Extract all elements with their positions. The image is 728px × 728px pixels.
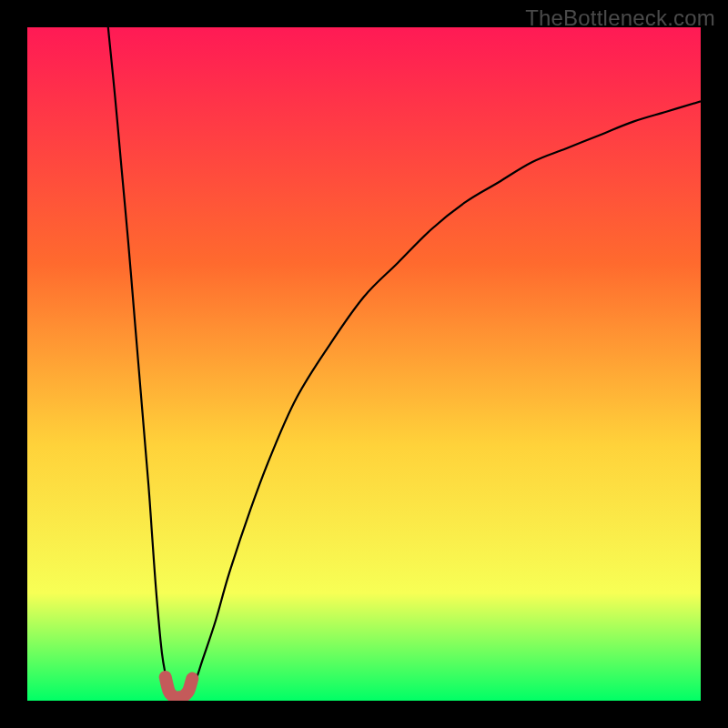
watermark-text: TheBottleneck.com (525, 5, 715, 31)
vertex-marker (166, 677, 193, 697)
curve-left-branch (108, 27, 172, 694)
chart-frame: TheBottleneck.com (0, 0, 728, 728)
plot-area (27, 27, 701, 701)
curve-right-branch (189, 101, 701, 693)
curve-layer (27, 27, 701, 701)
